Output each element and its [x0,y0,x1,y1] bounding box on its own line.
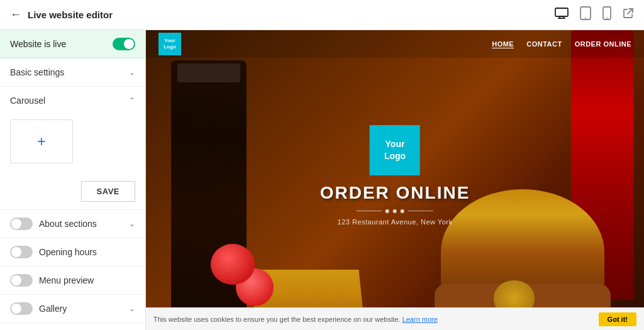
svg-point-5 [585,18,586,19]
svg-point-7 [606,18,608,19]
desktop-icon[interactable] [555,8,569,22]
about-sections-label: About sections [39,219,97,229]
divider-dot-left [386,209,389,213]
svg-line-8 [628,9,633,14]
carousel-content: + [0,114,145,173]
nav-link-order[interactable]: ORDER ONLINE [575,40,631,48]
tomato2-decoration [211,244,255,285]
sidebar: Website is live Basic settings ⌄ Carouse… [0,30,146,330]
cookie-text: This website uses cookies to ensure you … [153,316,438,323]
carousel-label: Carousel [10,96,45,106]
website-live-row: Website is live [0,30,145,58]
carousel-section: Carousel ⌃ + SAVE [0,87,145,210]
preview-nav-links: HOME CONTACT ORDER ONLINE [492,40,631,48]
opening-hours-item[interactable]: Opening hours [0,238,145,267]
back-button[interactable]: ← [10,8,21,21]
view-mode-icons [555,6,634,23]
basic-settings-chevron: ⌄ [129,68,135,77]
preview-big-logo: YourLogo [370,125,420,175]
preview-logo-small: YourLogo [158,33,181,55]
cookie-banner: This website uses cookies to ensure you … [146,307,644,330]
menu-preview-item[interactable]: Menu preview [0,267,145,295]
website-live-label: Website is live [10,39,66,49]
mobile-icon[interactable] [602,6,611,23]
carousel-add-slide[interactable]: + [10,119,73,163]
save-row: SAVE [0,173,145,209]
carousel-chevron: ⌃ [129,96,135,105]
menu-preview-label: Menu preview [39,275,94,285]
preview-background: YourLogo HOME CONTACT ORDER ONLINE YourL… [146,30,644,330]
about-sections-chevron: ⌄ [129,219,135,228]
save-button[interactable]: SAVE [81,181,135,202]
basic-settings-label: Basic settings [10,67,64,77]
cookie-got-it-button[interactable]: Got it! [599,312,636,326]
preview-center-content: YourLogo ORDER ONLINE 123 Restaurant Ave… [320,125,470,226]
top-bar-left: ← Live website editor [10,8,113,21]
external-link-icon[interactable] [623,8,634,22]
opening-hours-toggle[interactable] [10,246,33,258]
preview-headline: ORDER ONLINE [320,183,470,203]
divider-line-left [357,211,382,211]
preview-address: 123 Restaurant Avenue, New York [320,218,470,226]
preview-divider [320,209,470,213]
carousel-header[interactable]: Carousel ⌃ [0,87,145,114]
svg-rect-0 [555,8,568,16]
sections-list: About sections ⌄ Opening hours [0,210,145,330]
opening-hours-label: Opening hours [39,247,97,257]
carousel-plus-icon: + [37,133,46,150]
gallery-chevron: ⌄ [129,304,135,313]
gallery-item[interactable]: Gallery ⌄ [0,295,145,323]
divider-dot-center [393,209,397,213]
tablet-icon[interactable] [580,6,591,23]
main-layout: Website is live Basic settings ⌄ Carouse… [0,30,644,330]
preview-frame: YourLogo HOME CONTACT ORDER ONLINE YourL… [146,30,644,330]
divider-dot-right [401,209,404,213]
website-live-toggle[interactable] [113,38,135,50]
cookie-learn-more-link[interactable]: Learn more [402,316,438,323]
gallery-toggle[interactable] [10,302,33,315]
basic-settings-row[interactable]: Basic settings ⌄ [0,58,145,87]
preview-content: YourLogo HOME CONTACT ORDER ONLINE YourL… [146,30,644,330]
menu-preview-toggle[interactable] [10,274,33,287]
gallery-label: Gallery [39,304,67,314]
nav-link-contact[interactable]: CONTACT [526,40,562,48]
divider-line-right [408,211,433,211]
about-sections-item[interactable]: About sections ⌄ [0,210,145,238]
nav-link-home[interactable]: HOME [492,40,514,48]
about-sections-toggle[interactable] [10,217,33,230]
preview-navbar: YourLogo HOME CONTACT ORDER ONLINE [146,30,644,58]
editor-title: Live website editor [28,9,113,20]
top-bar: ← Live website editor [0,0,644,30]
testimonials-item[interactable]: Testimonials ⌄ [0,323,145,330]
